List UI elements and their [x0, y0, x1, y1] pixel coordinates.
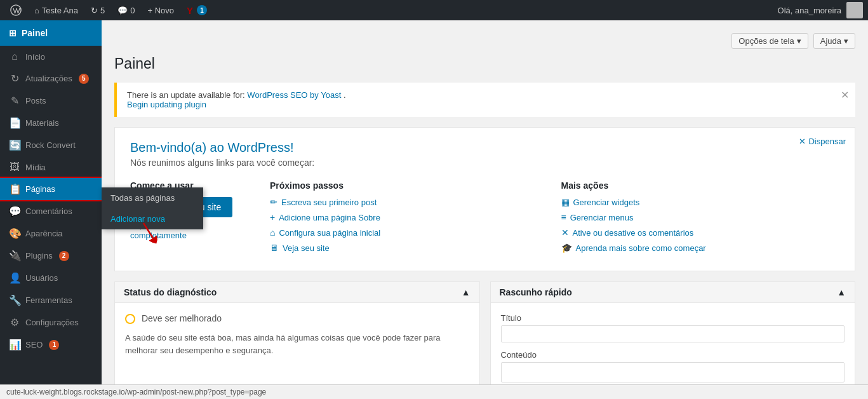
- sidebar-item-paginas[interactable]: 📋 Páginas: [0, 178, 102, 200]
- sidebar-panel-header[interactable]: ⊞ Painel: [0, 20, 102, 46]
- diagnosis-header: Status do diagnóstico ▲: [115, 282, 479, 303]
- sidebar-item-plugins[interactable]: 🔌 Plugins 2: [0, 245, 102, 267]
- sidebar-item-seo[interactable]: 📊 SEO 1: [0, 334, 102, 356]
- sidebar-item-posts[interactable]: ✎ Posts: [0, 90, 102, 112]
- status-bar: cute-luck-weight.blogs.rockstage.io/wp-a…: [0, 384, 868, 399]
- comments-toggle-link[interactable]: Ative ou desative os comentários: [573, 228, 694, 238]
- status-circle-icon: [125, 314, 135, 324]
- materiais-icon: 📄: [9, 117, 20, 129]
- list-item: 🖥 Veja seu site: [270, 243, 549, 253]
- sidebar-item-comentarios[interactable]: 💬 Comentários: [0, 200, 102, 222]
- updates-icon: ↻: [91, 6, 98, 15]
- widgets-link[interactable]: Gerenciar widgets: [573, 198, 640, 207]
- more-actions-column: Mais ações ▦ Gerenciar widgets ≡ Gerenci…: [561, 180, 840, 258]
- configuracoes-icon: ⚙: [9, 316, 20, 328]
- status-text: Deve ser melhorado: [125, 313, 469, 324]
- notice-close-icon[interactable]: ✕: [841, 89, 849, 101]
- view-site-link[interactable]: Veja seu site: [283, 243, 330, 253]
- greeting-text: Olá, ana_moreira: [778, 6, 841, 15]
- list-item: 🎓 Aprenda mais sobre como começar: [561, 243, 840, 253]
- sidebar-item-ferramentas[interactable]: 🔧 Ferramentas: [0, 289, 102, 311]
- first-post-link[interactable]: Escreva seu primeiro post: [281, 198, 377, 207]
- next-steps-heading: Próximos passos: [270, 180, 549, 191]
- health-description: A saúde do seu site está boa, mas ainda …: [125, 332, 469, 356]
- admin-bar: W ⌂ Teste Ana ↻ 5 💬 0 + Novo Y 1 Olá, an…: [0, 0, 868, 20]
- sidebar-item-configuracoes[interactable]: ⚙ Configurações: [0, 311, 102, 334]
- title-label: Título: [501, 313, 845, 323]
- list-item: ✏ Escreva seu primeiro post: [270, 197, 549, 207]
- top-options-bar: Opções de tela ▾ Ajuda ▾: [114, 33, 855, 49]
- welcome-title: Bem-vindo(a) ao WordPress!: [130, 140, 839, 155]
- rock-convert-icon: 🔄: [9, 139, 20, 151]
- begin-update-link[interactable]: Begin updating plugin: [127, 100, 206, 109]
- sidebar-item-midia[interactable]: 🖼 Mídia: [0, 156, 102, 178]
- learn-icon: 🎓: [561, 243, 572, 253]
- title-input[interactable]: [501, 325, 845, 342]
- welcome-panel: ✕ Dispensar Bem-vindo(a) ao WordPress! N…: [114, 127, 855, 271]
- more-actions-list: ▦ Gerenciar widgets ≡ Gerenciar menus ✕ …: [561, 197, 840, 253]
- adminbar-new[interactable]: + Novo: [142, 0, 179, 20]
- bottom-row: Status do diagnóstico ▲ Deve ser melhora…: [114, 281, 855, 399]
- submenu-adicionar-nova[interactable]: Adicionar nova: [102, 208, 203, 229]
- main-content: Opções de tela ▾ Ajuda ▾ Painel There is…: [102, 20, 868, 399]
- menus-link[interactable]: Gerenciar menus: [570, 213, 634, 222]
- screen-icon: 🖥: [270, 243, 279, 253]
- content-input[interactable]: [501, 362, 845, 382]
- screen-options-button[interactable]: Opções de tela ▾: [731, 33, 808, 49]
- sidebar-item-usuarios[interactable]: 👤 Usuários: [0, 267, 102, 289]
- comments-toggle-icon: ✕: [561, 227, 569, 238]
- aparencia-icon: 🎨: [9, 227, 20, 240]
- ferramentas-icon: 🔧: [9, 294, 20, 306]
- usuarios-icon: 👤: [9, 272, 20, 284]
- adminbar-yoast[interactable]: Y 1: [182, 0, 212, 20]
- seo-icon: 📊: [9, 339, 20, 351]
- sidebar: ⊞ Painel ⌂ Início ↻ Atualizações 5 ✎ Pos…: [0, 20, 102, 399]
- about-page-link[interactable]: Adicione uma página Sobre: [279, 213, 380, 222]
- collapse-icon[interactable]: ▲: [837, 287, 846, 297]
- edit-icon: ✏: [270, 197, 277, 207]
- learn-link[interactable]: Aprenda mais sobre como começar: [576, 243, 706, 253]
- svg-text:W: W: [13, 6, 20, 15]
- list-item: ≡ Gerenciar menus: [561, 212, 840, 222]
- dismiss-button[interactable]: ✕ Dispensar: [799, 137, 846, 146]
- page-title: Painel: [114, 55, 855, 72]
- adminbar-updates[interactable]: ↻ 5: [86, 0, 110, 20]
- menus-icon: ≡: [561, 212, 566, 222]
- home-icon: ⌂: [9, 51, 20, 62]
- diagnosis-body: Deve ser melhorado A saúde do seu site e…: [115, 303, 479, 367]
- sidebar-item-atualizacoes[interactable]: ↻ Atualizações 5: [0, 67, 102, 90]
- more-actions-heading: Mais ações: [561, 180, 840, 191]
- adminbar-comments[interactable]: 💬 0: [112, 0, 140, 20]
- collapse-icon[interactable]: ▲: [462, 287, 471, 297]
- submenu-todas-paginas[interactable]: Todas as páginas: [102, 187, 203, 208]
- adminbar-wp-logo[interactable]: W: [5, 0, 27, 20]
- sidebar-item-aparencia[interactable]: 🎨 Aparência: [0, 222, 102, 245]
- list-item: ▦ Gerenciar widgets: [561, 197, 840, 207]
- sidebar-item-rock-convert[interactable]: 🔄 Rock Convert: [0, 134, 102, 156]
- comments-icon: 💬: [117, 6, 128, 15]
- adminbar-site-name[interactable]: ⌂ Teste Ana: [29, 0, 83, 20]
- paginas-icon: 📋: [9, 183, 20, 195]
- sidebar-item-inicio[interactable]: ⌂ Início: [0, 46, 102, 67]
- homepage-link[interactable]: Configura sua página inicial: [279, 228, 380, 238]
- welcome-subtitle: Nós reunimos alguns links para você come…: [130, 158, 839, 168]
- sidebar-item-materiais[interactable]: 📄 Materiais: [0, 112, 102, 134]
- avatar[interactable]: [846, 2, 863, 18]
- dismiss-x-icon: ✕: [799, 137, 806, 146]
- list-item: ✕ Ative ou desative os comentários: [561, 227, 840, 238]
- yoast-update-link[interactable]: WordPress SEO by Yoast: [247, 90, 341, 100]
- content-label: Conteúdo: [501, 350, 845, 360]
- svg-line-2: [140, 223, 159, 242]
- yoast-icon: Y: [187, 5, 193, 16]
- help-button[interactable]: Ajuda ▾: [813, 33, 855, 49]
- site-icon: ⌂: [34, 6, 39, 15]
- panel-icon: ⊞: [9, 28, 17, 38]
- quick-draft-header: Rascunho rápido ▲: [491, 282, 855, 303]
- plugins-icon: 🔌: [9, 250, 20, 262]
- plus-icon: +: [270, 212, 275, 222]
- next-steps-column: Próximos passos ✏ Escreva seu primeiro p…: [270, 180, 549, 258]
- list-item: + Adicione uma página Sobre: [270, 212, 549, 222]
- widgets-icon: ▦: [561, 197, 570, 207]
- diagnosis-panel: Status do diagnóstico ▲ Deve ser melhora…: [114, 281, 480, 399]
- list-item: ⌂ Configura sua página inicial: [270, 227, 549, 238]
